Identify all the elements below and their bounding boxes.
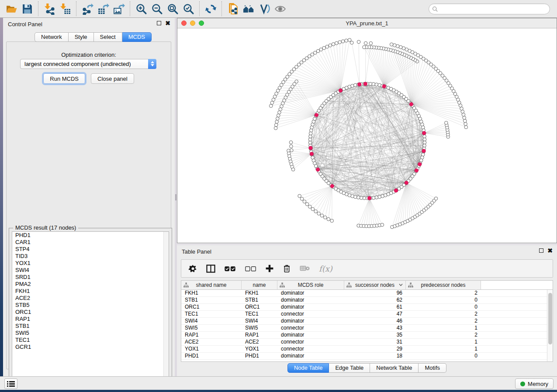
tab-edge-table[interactable]: Edge Table xyxy=(329,363,370,373)
search-input[interactable] xyxy=(438,6,550,12)
table-row[interactable]: SWI5SWI5connector431 xyxy=(181,325,547,332)
table-row[interactable]: TEC1TEC1connector472 xyxy=(181,311,547,318)
float-table-panel-icon[interactable] xyxy=(539,248,543,253)
cell-successor-nodes[interactable]: 18 xyxy=(344,353,406,359)
splitter-handle[interactable] xyxy=(175,194,176,200)
cell-MCDS-role[interactable]: connector xyxy=(277,325,344,331)
cell-name[interactable]: PHD1 xyxy=(242,353,277,359)
cell-successor-nodes[interactable]: 35 xyxy=(344,332,406,338)
cell-successor-nodes[interactable]: 43 xyxy=(344,325,406,331)
mcds-result-item[interactable]: STB1 xyxy=(12,323,169,330)
cell-predecessor-nodes[interactable]: 2 xyxy=(406,290,481,296)
table-scrollbar[interactable] xyxy=(547,290,553,361)
mcds-result-item[interactable]: SRD1 xyxy=(12,274,169,281)
mcds-result-item[interactable]: FKH1 xyxy=(12,288,169,295)
zoom-in-icon[interactable] xyxy=(133,1,149,17)
cell-predecessor-nodes[interactable]: 1 xyxy=(406,346,481,352)
cell-shared-name[interactable]: YOX1 xyxy=(181,346,242,352)
table-row[interactable]: RAP1RAP1dominator352 xyxy=(181,332,547,339)
cell-successor-nodes[interactable]: 62 xyxy=(344,297,406,303)
network-canvas[interactable] xyxy=(177,28,557,243)
cell-successor-nodes[interactable]: 47 xyxy=(344,311,406,317)
cell-shared-name[interactable]: PHD1 xyxy=(181,353,242,359)
show-graphics-details-icon[interactable] xyxy=(272,1,288,17)
column-header-predecessor-nodes[interactable]: predecessor nodes xyxy=(406,281,481,290)
cell-shared-name[interactable]: FKH1 xyxy=(181,290,242,296)
delete-column-trash-icon[interactable] xyxy=(283,264,291,273)
run-mcds-button[interactable]: Run MCDS xyxy=(43,73,85,84)
cell-successor-nodes[interactable]: 46 xyxy=(344,318,406,324)
new-network-from-selection-icon[interactable] xyxy=(225,1,241,17)
cell-MCDS-role[interactable]: dominator xyxy=(277,304,344,310)
close-table-panel-icon[interactable]: ✖ xyxy=(547,248,553,253)
tab-motifs[interactable]: Motifs xyxy=(419,363,446,373)
export-network-icon[interactable] xyxy=(80,1,95,17)
table-row[interactable]: STB1STB1dominator620 xyxy=(181,297,547,304)
zoom-selected-icon[interactable] xyxy=(180,1,196,17)
mcds-result-item[interactable]: RAP1 xyxy=(12,316,169,323)
table-row[interactable]: ACE2ACE2connector311 xyxy=(181,339,547,346)
cell-name[interactable]: SWI4 xyxy=(242,318,277,324)
table-settings-gear-icon[interactable] xyxy=(188,264,197,273)
mcds-result-item[interactable]: ORC1 xyxy=(12,309,169,316)
cell-shared-name[interactable]: SWI5 xyxy=(181,325,242,331)
mcds-result-item[interactable]: PMA2 xyxy=(12,281,169,288)
column-header-name[interactable]: name xyxy=(242,281,277,290)
list-scrollbar[interactable] xyxy=(163,232,169,386)
hide-graphics-details-icon[interactable] xyxy=(256,1,272,17)
refresh-network-icon[interactable] xyxy=(203,1,218,17)
cell-shared-name[interactable]: STB1 xyxy=(181,297,242,303)
mcds-result-item[interactable]: TID3 xyxy=(12,253,169,260)
task-history-button[interactable] xyxy=(4,378,17,389)
table-row[interactable]: YOX1YOX1connector291 xyxy=(181,346,547,353)
tab-network-table[interactable]: Network Table xyxy=(370,363,419,373)
column-header-shared-name[interactable]: shared name xyxy=(181,281,242,290)
cell-successor-nodes[interactable]: 61 xyxy=(344,304,406,310)
table-row[interactable]: SWI4SWI4dominator462 xyxy=(181,318,547,325)
cell-shared-name[interactable]: RAP1 xyxy=(181,332,242,338)
tab-node-table[interactable]: Node Table xyxy=(287,363,329,373)
cell-predecessor-nodes[interactable]: 2 xyxy=(406,311,481,317)
mcds-result-item[interactable]: TEC1 xyxy=(12,337,169,344)
add-column-icon[interactable] xyxy=(265,264,274,273)
export-table-icon[interactable] xyxy=(95,1,111,17)
column-header-MCDS-role[interactable]: MCDS role xyxy=(277,281,344,290)
cell-predecessor-nodes[interactable]: 2 xyxy=(406,332,481,338)
close-panel-icon[interactable]: ✖ xyxy=(165,21,170,25)
open-file-icon[interactable] xyxy=(3,1,19,17)
cell-name[interactable]: SWI5 xyxy=(242,325,277,331)
mcds-result-item[interactable]: GCR1 xyxy=(12,344,169,351)
save-session-icon[interactable] xyxy=(19,1,35,17)
cell-predecessor-nodes[interactable]: 2 xyxy=(406,318,481,324)
mcds-result-item[interactable]: ACE2 xyxy=(12,295,169,302)
cell-shared-name[interactable]: TEC1 xyxy=(181,311,242,317)
mcds-result-item[interactable]: SWI4 xyxy=(12,267,169,274)
zoom-fit-icon[interactable] xyxy=(165,1,180,17)
column-view-icon[interactable] xyxy=(206,265,215,273)
memory-button[interactable]: Memory xyxy=(515,378,554,389)
cell-name[interactable]: RAP1 xyxy=(242,332,277,338)
mcds-result-item[interactable]: STB5 xyxy=(12,302,169,309)
cell-name[interactable]: YOX1 xyxy=(242,346,277,352)
cell-MCDS-role[interactable]: connector xyxy=(277,346,344,352)
cell-MCDS-role[interactable]: connector xyxy=(277,311,344,317)
table-row[interactable]: FKH1FKH1dominator962 xyxy=(181,290,547,297)
scrollbar-thumb[interactable] xyxy=(548,293,552,344)
cell-successor-nodes[interactable]: 31 xyxy=(344,339,406,345)
table-row[interactable]: ORC1ORC1dominator610 xyxy=(181,304,547,311)
cell-predecessor-nodes[interactable]: 1 xyxy=(406,325,481,331)
tab-style[interactable]: Style xyxy=(69,32,94,42)
cell-MCDS-role[interactable]: dominator xyxy=(277,318,344,324)
import-table-file-icon[interactable] xyxy=(57,1,73,17)
mcds-result-item[interactable]: PHD1 xyxy=(12,232,169,239)
cell-name[interactable]: ORC1 xyxy=(242,304,277,310)
cell-MCDS-role[interactable]: dominator xyxy=(277,290,344,296)
cell-predecessor-nodes[interactable]: 1 xyxy=(406,339,481,345)
mcds-result-item[interactable]: CAR1 xyxy=(12,239,169,246)
zoom-out-icon[interactable] xyxy=(149,1,165,17)
mcds-result-item[interactable]: STP4 xyxy=(12,246,169,253)
cell-predecessor-nodes[interactable]: 0 xyxy=(406,297,481,303)
cell-MCDS-role[interactable]: dominator xyxy=(277,353,344,359)
cell-successor-nodes[interactable]: 96 xyxy=(344,290,406,296)
cell-shared-name[interactable]: SWI4 xyxy=(181,318,242,324)
